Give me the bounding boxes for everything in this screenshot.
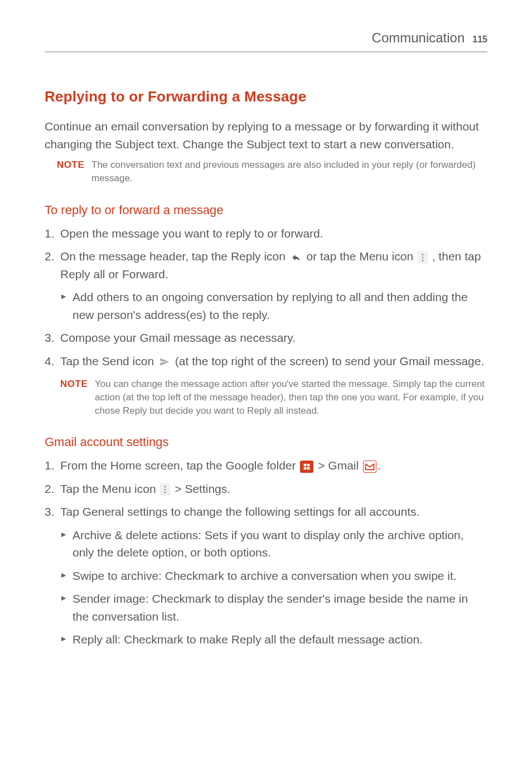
svg-rect-5 <box>304 467 307 470</box>
t: icon <box>131 482 159 495</box>
reply-label: Reply <box>231 250 261 263</box>
svg-point-2 <box>422 260 423 261</box>
t: or <box>105 268 122 280</box>
t: Add others to an ongoing conversation by… <box>72 290 468 321</box>
header-section: Communication <box>372 28 465 48</box>
sub-item: Reply all: Checkmark to make Reply all t… <box>60 631 487 648</box>
opt-label: Sender image <box>72 592 146 605</box>
t: or tap the <box>303 250 359 263</box>
step-4: Tap the Send icon (at the top right of t… <box>45 352 487 418</box>
menu-icon <box>418 251 428 264</box>
page-header: Communication 115 <box>45 28 487 52</box>
t: Tap <box>60 505 83 518</box>
step-1: Open the message you want to reply to or… <box>45 225 487 243</box>
gmail-icon <box>363 461 376 473</box>
t: folder <box>263 459 299 472</box>
note-block: NOTE The conversation text and previous … <box>57 158 487 185</box>
send-label: Send <box>102 355 129 367</box>
subsection-reply: To reply to or forward a message <box>45 201 487 219</box>
settings-sublist: Archive & delete actions: Sets if you wa… <box>60 526 487 648</box>
svg-point-1 <box>422 256 423 258</box>
t <box>359 459 362 472</box>
sub-item: Sender image: Checkmark to display the s… <box>60 590 487 625</box>
note-label: NOTE <box>60 377 95 417</box>
steps-settings: From the Home screen, tap the Google fol… <box>45 457 487 648</box>
svg-rect-4 <box>307 464 310 467</box>
opt-text: : Checkmark to make Reply all the defaul… <box>118 633 423 646</box>
intro-paragraph: Continue an email conversation by replyi… <box>45 118 487 153</box>
opt-label: Reply all <box>72 633 118 646</box>
step-2: Tap the Menu icon > Settings. <box>45 480 487 498</box>
svg-point-9 <box>165 492 166 493</box>
step-3: Tap General settings to change the follo… <box>45 503 487 648</box>
menu-label: Menu <box>359 250 389 263</box>
sub-item: Add others to an ongoing conversation by… <box>60 288 487 323</box>
t: From the Home screen, tap the <box>60 459 225 472</box>
svg-rect-6 <box>307 467 310 470</box>
t: > <box>171 482 185 495</box>
t: , then tap <box>429 250 481 263</box>
section-title: Replying to or Forwarding a Message <box>45 86 487 108</box>
t: On the message header, tap the <box>60 250 231 263</box>
svg-point-0 <box>422 254 423 255</box>
sub-item: Archive & delete actions: Sets if you wa… <box>60 526 487 561</box>
forward-label: Forward <box>122 268 165 280</box>
steps-reply: Open the message you want to reply to or… <box>45 225 487 418</box>
step-2-sublist: Add others to an ongoing conversation by… <box>60 288 487 323</box>
t: icon <box>389 250 417 263</box>
t: Tap the <box>60 355 102 367</box>
header-page-number: 115 <box>472 33 487 46</box>
t: to change the following settings for all… <box>168 505 420 518</box>
t: icon <box>129 355 157 367</box>
svg-point-7 <box>165 486 166 487</box>
note-label: NOTE <box>57 158 91 185</box>
t: . <box>227 482 230 495</box>
step-2: On the message header, tap the Reply ico… <box>45 248 487 323</box>
menu-label: Menu <box>102 482 132 495</box>
t: Compose your Gmail message as necessary. <box>60 331 296 344</box>
subsection-settings: Gmail account settings <box>45 433 487 451</box>
opt-label: Archive & delete actions <box>72 529 198 541</box>
svg-rect-3 <box>304 464 307 467</box>
t: (at the top right of the screen) to send… <box>172 355 484 367</box>
step-1: From the Home screen, tap the Google fol… <box>45 457 487 475</box>
menu-icon <box>160 483 170 496</box>
t: icon <box>261 250 289 263</box>
t: Tap the <box>60 482 102 495</box>
reply-all-label: Reply all <box>60 268 105 280</box>
general-settings-label: General settings <box>83 505 168 518</box>
note-text: The conversation text and previous messa… <box>91 158 487 185</box>
opt-label: Swipe to archive <box>72 569 158 582</box>
note-block: NOTE You can change the message action a… <box>60 377 487 417</box>
svg-point-8 <box>165 489 166 490</box>
step-3: Compose your Gmail message as necessary. <box>45 329 487 347</box>
settings-label: Settings <box>185 482 227 495</box>
step-text: Open the message you want to reply to or… <box>60 227 323 240</box>
gmail-label: Gmail <box>328 459 359 472</box>
reply-icon <box>290 252 302 263</box>
note-text: You can change the message action after … <box>95 377 487 417</box>
t: . <box>378 459 381 472</box>
send-icon <box>158 356 171 367</box>
google-folder-icon <box>300 461 313 473</box>
google-label: Google <box>225 459 263 472</box>
opt-text: : Checkmark to archive a conversation wh… <box>158 569 457 582</box>
t: > <box>315 459 328 472</box>
t: . <box>165 268 168 280</box>
sub-item: Swipe to archive: Checkmark to archive a… <box>60 567 487 585</box>
